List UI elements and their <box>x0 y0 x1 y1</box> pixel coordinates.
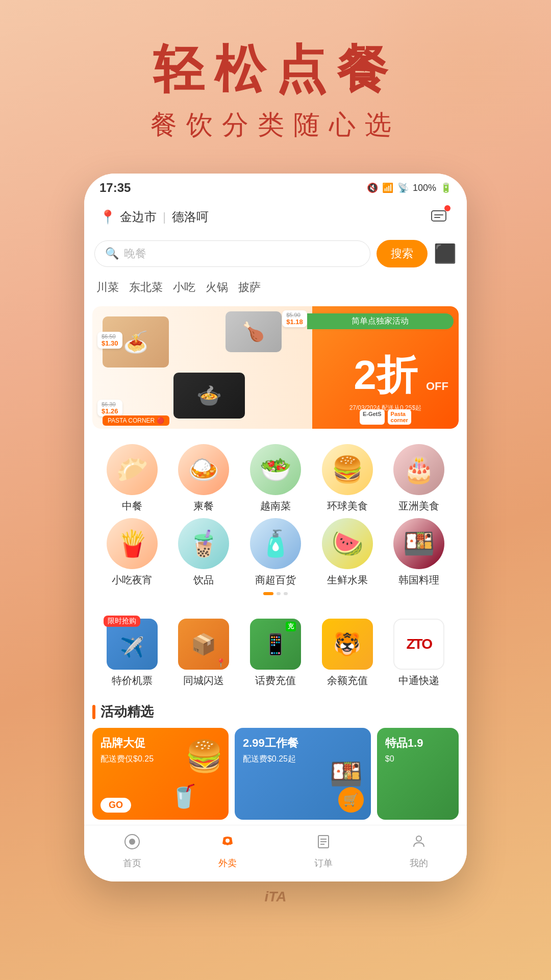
service-balance-icon: 🐯 <box>322 619 373 670</box>
restaurant-label: PASTA CORNER 🔴 <box>103 415 169 426</box>
nav-orders-icon <box>315 834 332 854</box>
food-supermarket[interactable]: 🧴 商超百货 <box>241 518 310 587</box>
card-special-title: 特品1.9$0 <box>385 736 423 765</box>
search-icon: 🔍 <box>105 247 119 260</box>
signal-icon: 📡 <box>397 182 409 193</box>
food-vietnamese-label: 越南菜 <box>260 499 291 513</box>
services-section: 限时抢购 ✈️ 特价机票 📦 📍 同城闪送 📱 充 话费充值 <box>92 608 459 698</box>
nav-takeout-icon <box>219 834 236 854</box>
search-row: 🔍 晚餐 搜索 ⬛ <box>84 235 467 273</box>
service-topup[interactable]: 📱 充 话费充值 <box>241 619 310 688</box>
nav-takeout-label: 外卖 <box>218 857 237 869</box>
location-pin-icon: 📍 <box>99 209 116 225</box>
price-tag-1: $5.90 $1.18 <box>282 310 307 327</box>
nav-home[interactable]: 首页 <box>84 834 180 869</box>
nav-home-label: 首页 <box>123 857 141 869</box>
service-zto-icon: ZTO <box>393 619 444 670</box>
service-express-label: 同城闪送 <box>183 674 224 688</box>
wifi-icon: 📶 <box>382 182 393 193</box>
tab-pizza[interactable]: 披萨 <box>238 278 261 297</box>
svg-rect-0 <box>432 211 446 221</box>
service-flight[interactable]: 限时抢购 ✈️ 特价机票 <box>97 619 167 688</box>
food-drink-label: 饮品 <box>193 573 214 587</box>
svg-point-3 <box>226 839 230 843</box>
tab-northeast[interactable]: 东北菜 <box>129 278 163 297</box>
activity-cards: 品牌大促配送费仅$0.25 GO 🍔 🥤 2.99工作餐配送费$0.25起 🍱 … <box>92 728 459 820</box>
food-vietnamese[interactable]: 🥗 越南菜 <box>241 444 310 513</box>
mute-icon: 🔇 <box>367 182 378 193</box>
service-zto[interactable]: ZTO 中通快递 <box>384 619 454 688</box>
price-tag-2: $6.50 $1.30 <box>97 332 122 349</box>
message-button[interactable] <box>426 204 452 230</box>
food-asian[interactable]: 🎂 亚洲美食 <box>384 444 454 513</box>
nav-takeout[interactable]: 外卖 <box>180 834 276 869</box>
service-zto-label: 中通快递 <box>398 674 439 688</box>
flight-badge: 限时抢购 <box>104 616 140 627</box>
location-bar[interactable]: 📍 金边市 | 德洛呵 <box>99 209 209 225</box>
section-accent <box>92 705 95 719</box>
tab-sichuan[interactable]: 川菜 <box>96 278 119 297</box>
svg-point-8 <box>416 836 421 841</box>
food-drink[interactable]: 🧋 饮品 <box>169 518 239 587</box>
battery-icon: 🔋 <box>440 182 452 193</box>
status-time: 17:35 <box>99 181 131 195</box>
svg-point-2 <box>129 839 135 845</box>
card-food-icon: 🍔 <box>185 738 223 774</box>
scan-icon[interactable]: ⬛ <box>434 243 457 264</box>
food-supermarket-label: 商超百货 <box>255 573 296 587</box>
activity-card-work-meal[interactable]: 2.99工作餐配送费$0.25起 🍱 🛒 <box>235 728 371 820</box>
banner-food-area: 🍝 🍗 🍲 $5.90 $1.18 $6.50 $1.30 $6.30 $1.2… <box>92 306 312 429</box>
promo-banner[interactable]: 🍝 🍗 🍲 $5.90 $1.18 $6.50 $1.30 $6.30 $1.2… <box>92 306 459 429</box>
watermark-text: iTA <box>264 889 286 905</box>
status-icons: 🔇 📶 📡 100% 🔋 <box>367 182 452 193</box>
section-title: 活动精选 <box>101 703 154 721</box>
service-balance-label: 余额充值 <box>327 674 368 688</box>
nav-home-icon <box>124 834 140 854</box>
service-flight-icon: 限时抢购 ✈️ <box>107 619 158 670</box>
location-city: 金边市 <box>120 209 157 225</box>
food-cambodian[interactable]: 🍛 柬餐 <box>169 444 239 513</box>
cart-button[interactable]: 🛒 <box>338 787 364 813</box>
card-meal-icon: 🍱 <box>330 758 363 790</box>
message-badge <box>444 205 450 211</box>
bottom-nav: 首页 外卖 订单 <box>84 825 467 881</box>
tab-snacks[interactable]: 小吃 <box>173 278 195 297</box>
nav-profile-label: 我的 <box>410 857 428 869</box>
activities-section: 活动精选 品牌大促配送费仅$0.25 GO 🍔 🥤 2.99工作餐配送费$0.2… <box>92 703 459 820</box>
card-brand-title: 品牌大促配送费仅$0.25 <box>101 736 154 765</box>
dot-2 <box>277 592 281 595</box>
service-express[interactable]: 📦 📍 同城闪送 <box>169 619 239 688</box>
activity-card-special[interactable]: 特品1.9$0 <box>377 728 459 820</box>
search-placeholder: 晚餐 <box>124 246 146 261</box>
search-button[interactable]: 搜索 <box>377 240 428 267</box>
tab-hotpot[interactable]: 火锅 <box>206 278 228 297</box>
promo-tag: 简单点独家活动 <box>307 313 454 329</box>
food-snack[interactable]: 🍟 小吃夜宵 <box>97 518 167 587</box>
food-cambodian-label: 柬餐 <box>193 499 214 513</box>
food-fresh[interactable]: 🍉 生鲜水果 <box>313 518 382 587</box>
app-header: 📍 金边市 | 德洛呵 <box>84 199 467 235</box>
nav-orders[interactable]: 订单 <box>276 834 371 869</box>
section-header: 活动精选 <box>92 703 459 721</box>
food-korean-label: 韩国料理 <box>398 573 439 587</box>
category-tabs: 川菜 东北菜 小吃 火锅 披萨 <box>84 273 467 302</box>
food-world[interactable]: 🍔 环球美食 <box>313 444 382 513</box>
watermark-area: iTA <box>264 881 286 912</box>
service-flight-label: 特价机票 <box>112 674 153 688</box>
food-world-label: 环球美食 <box>327 499 368 513</box>
nav-profile[interactable]: 我的 <box>371 834 467 869</box>
food-grid: 🥟 中餐 🍛 柬餐 🥗 越南菜 🍔 环球美食 🎂 亚洲美食 � <box>97 444 454 587</box>
search-bar[interactable]: 🔍 晚餐 <box>94 240 370 267</box>
card-drink-icon: 🥤 <box>170 783 198 810</box>
activity-card-brand[interactable]: 品牌大促配送费仅$0.25 GO 🍔 🥤 <box>92 728 229 820</box>
battery-level: 100% <box>413 183 436 193</box>
off-label: OFF <box>426 380 448 393</box>
food-korean[interactable]: 🍱 韩国料理 <box>384 518 454 587</box>
food-chinese[interactable]: 🥟 中餐 <box>97 444 167 513</box>
card-go-button[interactable]: GO <box>101 798 131 813</box>
location-separator: | <box>163 210 166 224</box>
service-balance[interactable]: 🐯 余额充值 <box>313 619 382 688</box>
service-express-icon: 📦 📍 <box>178 619 229 670</box>
dot-active <box>263 592 273 595</box>
hero-subtitle: 餐饮分类随心选 <box>151 107 400 143</box>
